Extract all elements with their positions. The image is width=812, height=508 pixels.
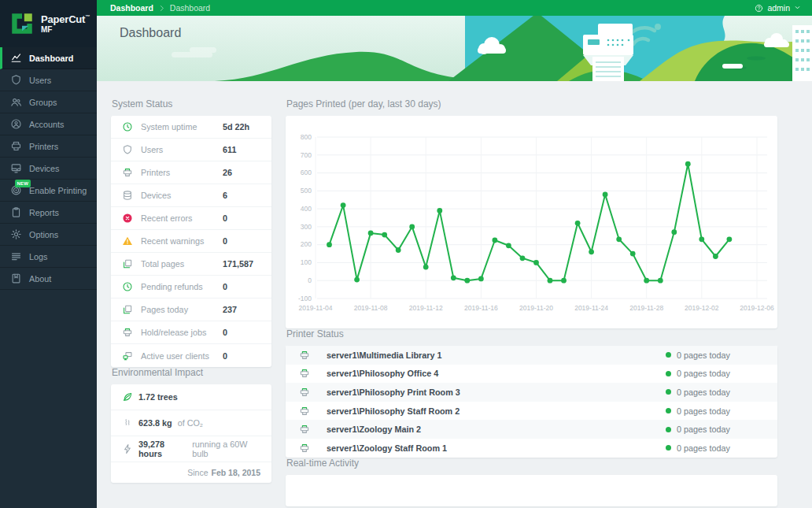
printer-icon xyxy=(299,387,310,398)
sidebar-item-reports[interactable]: Reports xyxy=(0,202,97,224)
sidebar-item-dashboard[interactable]: Dashboard xyxy=(0,47,97,69)
printer-icon xyxy=(299,368,310,379)
sidebar-item-groups[interactable]: Groups xyxy=(0,91,97,113)
environmental-impact-row: 623.8 kgof CO₂ xyxy=(111,410,271,436)
system-status-row: Recent errors0 xyxy=(111,207,271,230)
printer-name[interactable]: server1\Zoology Main 2 xyxy=(327,425,421,434)
status-dot-icon xyxy=(666,371,671,376)
svg-text:100: 100 xyxy=(301,258,312,266)
bolt-icon xyxy=(122,443,133,454)
printer-icon xyxy=(299,406,310,417)
printer-name[interactable]: server1\Multimedia Library 1 xyxy=(327,350,441,360)
sidebar-item-options[interactable]: Options xyxy=(0,224,97,246)
printer-name[interactable]: server1\Philosophy Print Room 3 xyxy=(327,387,460,397)
smoke-icon xyxy=(122,417,133,428)
stat-label: Users xyxy=(141,145,163,154)
stat-label: Pages today xyxy=(141,305,188,314)
sidebar-item-label: Reports xyxy=(29,208,59,217)
status-dot-icon xyxy=(666,427,671,432)
stat-value: 171,587 xyxy=(223,259,253,269)
logs-icon xyxy=(10,250,22,262)
system-status-row: Users611 xyxy=(111,139,271,161)
new-badge: NEW xyxy=(15,180,31,187)
printer-row[interactable]: server1\Philosophy Print Room 30 pages t… xyxy=(286,383,777,402)
printer-row[interactable]: server1\Philosophy Office 40 pages today xyxy=(286,365,777,384)
stat-label: Printers xyxy=(141,168,170,177)
svg-text:0: 0 xyxy=(308,276,312,284)
sidebar-item-accounts[interactable]: Accounts xyxy=(0,113,97,135)
status-dot-icon xyxy=(666,352,671,358)
page-title: Dashboard xyxy=(120,26,181,40)
env-value: 623.8 kg xyxy=(138,418,172,428)
dashboard-icon xyxy=(10,52,22,64)
stat-value: 611 xyxy=(223,145,236,154)
app-root: PaperCut™ MF DashboardUsersGroupsAccount… xyxy=(0,0,812,508)
system-status-row: Devices6 xyxy=(111,184,271,207)
realtime-activity-heading: Real-time Activity xyxy=(286,458,777,469)
sidebar-item-label: Users xyxy=(29,76,51,85)
svg-text:600: 600 xyxy=(301,169,312,176)
system-status-card: System uptime5d 22hUsers611Printers26Dev… xyxy=(111,116,271,367)
system-status-row: Total pages171,587 xyxy=(111,253,271,276)
svg-text:2019-11-20: 2019-11-20 xyxy=(519,304,553,312)
devices-icon xyxy=(10,162,22,174)
about-icon xyxy=(10,273,22,284)
banner-illustration xyxy=(97,16,812,81)
stat-value: 5d 22h xyxy=(223,122,249,132)
clock-icon xyxy=(122,121,133,132)
printer-name[interactable]: server1\Philosophy Office 4 xyxy=(327,369,438,378)
stat-value: 6 xyxy=(223,191,227,200)
sidebar-item-label: Options xyxy=(29,230,58,239)
topbar: Dashboard Dashboard admin xyxy=(97,0,812,16)
sidebar-item-label: Dashboard xyxy=(29,54,73,63)
reports-icon xyxy=(10,206,22,218)
error-icon xyxy=(122,213,133,224)
printer-status: 0 pages today xyxy=(666,443,766,453)
svg-text:2019-12-06: 2019-12-06 xyxy=(740,304,774,312)
env-unit: running a 60W bulb xyxy=(192,439,260,458)
sidebar-item-label: Logs xyxy=(29,252,47,261)
svg-text:2019-11-04: 2019-11-04 xyxy=(299,304,333,312)
chevron-down-icon[interactable] xyxy=(794,3,801,13)
brand-logo[interactable]: PaperCut™ MF xyxy=(0,0,97,47)
user-name[interactable]: admin xyxy=(767,3,790,13)
printer-name[interactable]: server1\Philosophy Staff Room 2 xyxy=(327,406,460,416)
printer-icon xyxy=(299,350,310,361)
printer-row[interactable]: server1\Zoology Staff Room 10 pages toda… xyxy=(286,439,777,458)
sidebar-item-about[interactable]: About xyxy=(0,268,97,290)
sidebar-item-users[interactable]: Users xyxy=(0,69,97,91)
status-dot-icon xyxy=(666,445,671,451)
breadcrumb-current[interactable]: Dashboard xyxy=(170,3,210,13)
system-status-row: Pages today237 xyxy=(111,298,271,321)
printer-status: 0 pages today xyxy=(666,425,766,434)
help-icon[interactable] xyxy=(755,4,763,13)
system-status-row: Hold/release jobs0 xyxy=(111,321,271,344)
stat-value: 0 xyxy=(223,282,227,291)
breadcrumb-chevron-icon xyxy=(158,5,165,12)
svg-text:2019-12-02: 2019-12-02 xyxy=(685,304,719,312)
warning-icon xyxy=(122,235,133,247)
stat-label: Hold/release jobs xyxy=(141,328,206,337)
environmental-impact-heading: Environmental Impact xyxy=(112,367,271,378)
pages-printed-heading: Pages Printed (per day, last 30 days) xyxy=(286,98,777,109)
accounts-icon xyxy=(10,118,22,130)
groups-icon xyxy=(10,96,22,108)
printer-row[interactable]: server1\Zoology Main 20 pages today xyxy=(286,420,777,439)
sidebar-item-printers[interactable]: Printers xyxy=(0,135,97,158)
printer-row[interactable]: server1\Multimedia Library 10 pages toda… xyxy=(286,346,777,365)
environmental-impact-row: 39,278 hoursrunning a 60W bulb xyxy=(111,436,271,462)
printer-status-heading: Printer Status xyxy=(286,328,777,339)
printer-status: 0 pages today xyxy=(666,387,766,397)
sidebar-item-logs[interactable]: Logs xyxy=(0,246,97,268)
user-menu[interactable]: admin xyxy=(755,3,801,13)
breadcrumb-root[interactable]: Dashboard xyxy=(110,3,153,13)
svg-text:400: 400 xyxy=(301,205,312,213)
papercut-logo-icon xyxy=(9,10,35,37)
printers-icon xyxy=(10,140,22,152)
sidebar-item-devices[interactable]: Devices xyxy=(0,158,97,180)
users-icon xyxy=(10,74,22,86)
sidebar-item-enable-printing[interactable]: NEWEnable Printing xyxy=(0,180,97,202)
printer-row[interactable]: server1\Philosophy Staff Room 20 pages t… xyxy=(286,402,777,421)
printer-name[interactable]: server1\Zoology Staff Room 1 xyxy=(327,443,447,453)
svg-text:2019-11-24: 2019-11-24 xyxy=(574,304,608,312)
